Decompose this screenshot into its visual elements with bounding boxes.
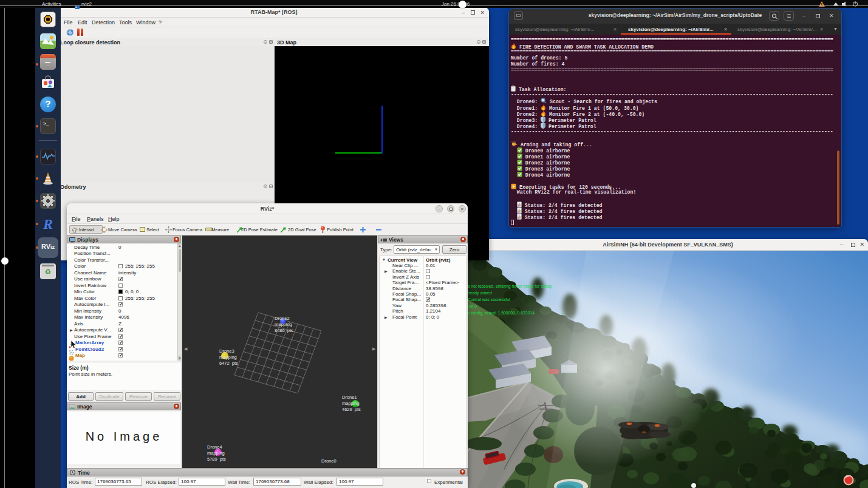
svg-text:d config, actual: 1.500000, 0.: d config, actual: 1.500000, 0.633014 <box>468 311 535 316</box>
svg-text:→: → <box>560 311 564 315</box>
svg-text:lready armed: lready armed <box>468 291 492 296</box>
svg-text:unt 0: unt 0 <box>468 304 477 308</box>
svg-text:Control was successful: Control was successful <box>468 297 510 302</box>
svg-text:s not received, entering hover: s not received, entering hover mode for … <box>468 284 552 289</box>
